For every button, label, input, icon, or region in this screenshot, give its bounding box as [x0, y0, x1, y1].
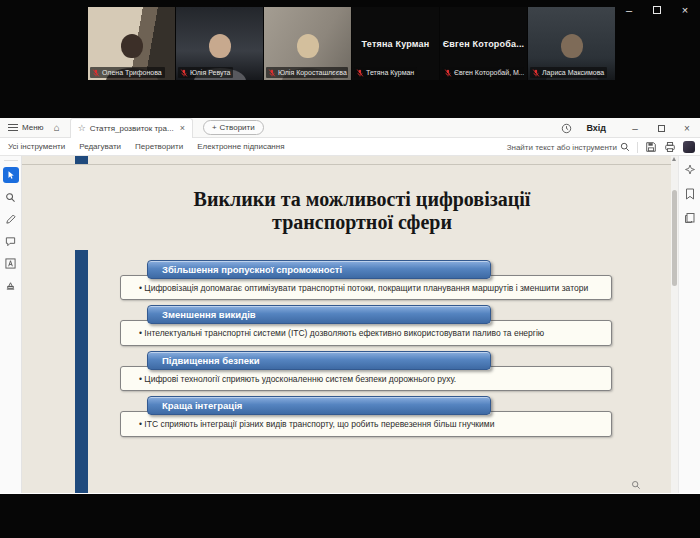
page-thumbnails-icon[interactable]	[684, 212, 696, 224]
menu-item-edit[interactable]: Редагувати	[79, 142, 121, 151]
search-icon	[620, 142, 630, 152]
history-clock-icon[interactable]	[561, 123, 572, 134]
participant-tile-camera-off[interactable]: Євген Котороба... Євген Которобай, М...	[440, 7, 527, 80]
participant-name-label: Тетяна Курман	[354, 67, 417, 78]
stamp-tool-icon[interactable]	[3, 277, 19, 293]
vertical-scrollbar[interactable]	[671, 156, 678, 493]
section-header: Збільшення пропускної спроможності	[147, 260, 491, 279]
right-panel-rail	[678, 156, 700, 493]
section-body: Інтелектуальні транспортні системи (ІТС)…	[120, 320, 612, 345]
menu-item-convert[interactable]: Перетворити	[135, 142, 183, 151]
document-tab[interactable]: ☆ Стаття_розвиток тра... ×	[70, 118, 193, 138]
mic-muted-icon	[444, 69, 452, 77]
section-header: Краща інтеграція	[147, 396, 491, 415]
slide-section: Зменшення викидів Інтелектуальні транспо…	[120, 305, 612, 345]
plus-icon: +	[212, 123, 217, 132]
add-text-tool-icon[interactable]	[3, 255, 19, 271]
participant-tile[interactable]: Лариса Максимова	[528, 7, 615, 80]
os-window-controls: – ×	[622, 4, 692, 16]
mic-muted-icon	[268, 69, 276, 77]
participant-tile[interactable]: Олена Трифонова	[88, 7, 175, 80]
select-tool-icon[interactable]	[3, 167, 19, 183]
app-minimize-icon[interactable]: –	[622, 123, 648, 134]
slide-sections: Збільшення пропускної спроможності Цифро…	[120, 260, 612, 442]
app-maximize-icon[interactable]	[648, 123, 674, 134]
section-body: ІТС сприяють інтеграції різних видів тра…	[120, 411, 612, 436]
app-close-icon[interactable]: ×	[674, 123, 700, 134]
participant-tile[interactable]: Юлія Коросташлєєва	[264, 7, 351, 80]
app-menu-row: Усі інструменти Редагувати Перетворити Е…	[0, 138, 700, 156]
menu-item-esign[interactable]: Електронне підписання	[197, 142, 284, 151]
slide-accent-bar	[75, 250, 88, 493]
section-header: Зменшення викидів	[147, 305, 491, 324]
participant-name-label: Юлія Коросташлєєва	[266, 67, 348, 78]
slide-title: Виклики та можливості цифровізації транс…	[132, 188, 592, 234]
participant-name-label: Євген Которобай, М...	[442, 67, 524, 78]
comment-tool-icon[interactable]	[3, 233, 19, 249]
search-button[interactable]: Знайти текст або інструменти	[507, 142, 630, 152]
ai-sparkle-icon[interactable]	[684, 164, 696, 176]
mic-muted-icon	[180, 69, 188, 77]
signin-button[interactable]: Вхід	[586, 123, 606, 133]
document-tab-title: Стаття_розвиток тра...	[90, 124, 174, 133]
draw-pencil-icon[interactable]	[3, 211, 19, 227]
page-separator	[22, 164, 671, 165]
ai-assistant-icon[interactable]	[683, 141, 695, 153]
tab-close-icon[interactable]: ×	[180, 123, 185, 133]
slide-section: Підвищення безпеки Цифрові технології сп…	[120, 351, 612, 391]
video-strip: Олена Трифонова Юлія Ревута Юлія Короста…	[88, 7, 615, 80]
hamburger-icon	[8, 124, 18, 131]
minimize-icon[interactable]: –	[622, 4, 636, 16]
menu-item-all-tools[interactable]: Усі інструменти	[8, 142, 65, 151]
participant-name-label: Олена Трифонова	[90, 67, 165, 78]
slide-section: Краща інтеграція ІТС сприяють інтеграції…	[120, 396, 612, 436]
mic-muted-icon	[356, 69, 364, 77]
previous-page-edge	[75, 156, 88, 164]
save-icon[interactable]	[645, 141, 657, 153]
create-button[interactable]: + Створити	[203, 120, 264, 135]
participant-tile-camera-off[interactable]: Тетяна Курман Тетяна Курман	[352, 7, 439, 80]
scroll-up-icon[interactable]	[672, 157, 676, 161]
print-icon[interactable]	[664, 141, 676, 153]
left-tool-rail	[0, 156, 22, 493]
menu-button[interactable]: Меню	[0, 123, 44, 132]
pdf-page: Виклики та можливості цифровізації транс…	[22, 156, 671, 493]
participant-name-label: Лариса Максимова	[530, 67, 607, 78]
page-zoom-icon[interactable]	[631, 480, 641, 490]
participant-tile-active-speaker[interactable]: Юлія Ревута	[176, 7, 263, 80]
bookmarks-icon[interactable]	[685, 188, 695, 200]
slide-section: Збільшення пропускної спроможності Цифро…	[120, 260, 612, 300]
home-button[interactable]: ⌂	[54, 122, 60, 133]
scrollbar-thumb[interactable]	[672, 190, 677, 286]
participant-name-label: Юлія Ревута	[178, 67, 233, 78]
zoom-tool-icon[interactable]	[3, 189, 19, 205]
star-icon[interactable]: ☆	[78, 123, 86, 133]
mic-muted-icon	[92, 69, 100, 77]
maximize-icon[interactable]	[650, 4, 664, 16]
pdf-reader-window: Меню ⌂ ☆ Стаття_розвиток тра... × + Ство…	[0, 118, 700, 494]
close-icon[interactable]: ×	[678, 4, 692, 16]
mic-muted-icon	[532, 69, 540, 77]
app-tab-bar: Меню ⌂ ☆ Стаття_розвиток тра... × + Ство…	[0, 118, 700, 138]
document-area: Виклики та можливості цифровізації транс…	[0, 156, 700, 493]
section-header: Підвищення безпеки	[147, 351, 491, 370]
